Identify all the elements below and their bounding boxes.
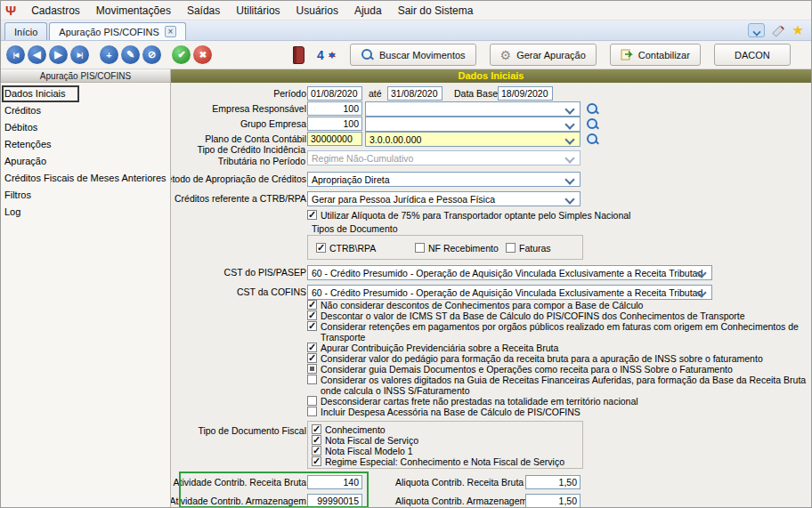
atividade-arm-input[interactable] <box>307 494 362 508</box>
checkbox-icon[interactable] <box>312 456 321 466</box>
tabbar-right-tools: ★ <box>748 23 804 37</box>
cutter-icon[interactable] <box>772 24 785 37</box>
checkbox-icon[interactable] <box>307 407 317 416</box>
nf-recebimento-checkbox[interactable]: NF Recebimento <box>415 243 499 254</box>
sidebar-item-dados-iniciais[interactable]: Dados Iniciais <box>1 85 170 102</box>
checkbox-icon[interactable] <box>307 375 317 384</box>
checkbox-icon[interactable] <box>307 300 317 310</box>
tipo-credito-dropdown[interactable]: Regime Não-Cumulativo <box>307 150 581 165</box>
option-descontar-icms-st[interactable]: Descontar o valor de ICMS ST da Base de … <box>307 310 808 321</box>
tab-close-icon[interactable]: × <box>165 26 176 37</box>
nota-fiscal-servico-checkbox[interactable]: Nota Fiscal de Serviço <box>312 435 579 446</box>
tab-inicio[interactable]: Início <box>4 22 47 40</box>
sidebar-item-apuracao[interactable]: Apuração <box>1 153 170 170</box>
conhecimento-checkbox[interactable]: Conhecimento <box>312 424 579 435</box>
empresa-code-input[interactable] <box>307 101 362 116</box>
checkbox-icon[interactable] <box>307 343 317 352</box>
empresa-search-icon[interactable] <box>585 101 599 116</box>
grupo-search-icon[interactable] <box>585 117 599 131</box>
checkbox-icon[interactable] <box>312 435 321 445</box>
cst-pis-dropdown[interactable]: 60 - Crédito Presumido - Operação de Aqu… <box>307 265 712 280</box>
periodo-from-input[interactable] <box>307 86 362 101</box>
checkbox-icon[interactable] <box>307 321 317 331</box>
option-desconsiderar-cartas-frete[interactable]: Desconsiderar cartas frete não prestadas… <box>307 396 808 407</box>
option-considerar-valores-digitados[interactable]: Considerar os valores digitados na Guia … <box>307 375 808 396</box>
creditos-ctrb-dropdown[interactable]: Gerar para Pessoa Jurídica e Pessoa Físi… <box>307 191 581 206</box>
sidebar-item-retencoes[interactable]: Retenções <box>1 136 170 153</box>
contabilizar-button[interactable]: Contabilizar <box>610 44 701 66</box>
checkbox-icon[interactable] <box>307 364 317 374</box>
option-nao-considerar-descontos[interactable]: Não considerar descontos de Conhecimento… <box>307 300 808 310</box>
option-considerar-pedagio[interactable]: Considerar valor do pedágio para formaçã… <box>307 353 808 364</box>
menu-cadastros[interactable]: Cadastros <box>23 2 88 20</box>
checkbox-icon[interactable] <box>307 310 317 320</box>
checkbox-icon[interactable] <box>506 243 516 253</box>
sidebar-item-log[interactable]: Log <box>1 204 170 221</box>
cst-cofins-dropdown[interactable]: 60 - Crédito Presumido - Operação de Aqu… <box>307 285 712 300</box>
sidebar-item-debitos[interactable]: Débitos <box>1 119 170 136</box>
periodo-label: Período <box>273 88 306 100</box>
grupo-code-input[interactable] <box>307 117 362 131</box>
option-considerar-retencoes[interactable]: Considerar retenções em pagamentos por o… <box>307 321 808 343</box>
option-label: Considerar retenções em pagamentos por o… <box>321 321 808 343</box>
nav-last-button[interactable]: ▶| <box>70 45 89 64</box>
checkbox-icon[interactable] <box>312 424 321 434</box>
option-apurar-contribuicao[interactable]: Apurar Contribuição Previdenciária sobre… <box>307 343 808 353</box>
checkbox-icon[interactable] <box>415 243 425 253</box>
nota-fiscal-modelo1-checkbox[interactable]: Nota Fiscal Modelo 1 <box>312 446 579 456</box>
aliquota-arm-input[interactable] <box>525 494 581 508</box>
menu-saidas[interactable]: Saídas <box>179 2 228 20</box>
dacon-button[interactable]: DACON <box>714 44 791 66</box>
sidebar-item-creditos-fiscais[interactable]: Créditos Fiscais de Meses Anteriores <box>1 170 170 187</box>
faturas-checkbox[interactable]: Faturas <box>506 243 551 254</box>
plano-search-icon[interactable] <box>585 132 599 146</box>
option-incluir-despesa-acessoria[interactable]: Incluir Despesa Acessória na Base de Cál… <box>307 407 808 417</box>
checkbox-icon[interactable] <box>307 353 317 363</box>
gear-icon: ⚙ <box>500 49 512 61</box>
edit-button[interactable]: ✎ <box>121 45 140 64</box>
ctrb-rpa-checkbox[interactable]: CTRB\RPA <box>316 243 376 254</box>
checkbox-icon[interactable] <box>316 243 326 253</box>
option-considerar-guia-demais[interactable]: Considerar guia Demais Documentos e Oper… <box>307 364 808 375</box>
regime-especial-checkbox[interactable]: Regime Especial: Conhecimento e Nota Fis… <box>312 456 579 467</box>
aliquota-75-checkbox[interactable]: Utilizar Alíquota de 75% para Transporta… <box>307 210 806 221</box>
menu-utilitarios[interactable]: Utilitários <box>228 2 288 20</box>
nav-previous-button[interactable]: ◀ <box>28 45 46 64</box>
empresa-dropdown[interactable] <box>365 101 581 117</box>
menu-sair-do-sistema[interactable]: Sair do Sistema <box>390 2 482 20</box>
menu-ajuda[interactable]: Ajuda <box>346 2 390 20</box>
metodo-dropdown[interactable]: Apropriação Direta <box>307 172 581 187</box>
tab-bar: Início Apuração PIS/COFINS × ★ <box>1 20 811 41</box>
empresa-label: Empresa Responsável <box>212 103 306 115</box>
down-arrow-icon <box>329 53 336 62</box>
gerar-apuracao-label: Gerar Apuração <box>516 50 586 60</box>
nav-next-button[interactable]: ▶ <box>49 45 68 64</box>
add-button[interactable]: + <box>100 45 118 64</box>
checkbox-icon[interactable] <box>312 446 321 456</box>
menu-usuarios[interactable]: Usuários <box>288 2 346 20</box>
aliquota-rb-input[interactable] <box>525 475 581 489</box>
tab-apuracao-pis-cofins[interactable]: Apuração PIS/COFINS × <box>49 22 186 40</box>
sidebar-item-creditos[interactable]: Créditos <box>1 102 170 119</box>
menu-movimentacoes[interactable]: Movimentações <box>88 2 179 20</box>
report-4-icon[interactable]: 4 <box>317 46 337 64</box>
periodo-to-input[interactable] <box>387 86 443 101</box>
gerar-apuracao-button[interactable]: ⚙ Gerar Apuração <box>490 44 597 66</box>
checkbox-icon[interactable] <box>307 210 317 220</box>
cst-cofins-label: CST da COFINS <box>237 286 306 298</box>
data-base-input[interactable] <box>498 86 553 101</box>
plano-dropdown[interactable]: 3.0.0.00.000 <box>365 132 581 147</box>
book-icon[interactable] <box>293 46 304 64</box>
sidebar-item-filtros[interactable]: Filtros <box>1 187 170 204</box>
buscar-movimentos-button[interactable]: Buscar Movimentos <box>350 44 476 66</box>
nav-first-button[interactable]: |◀ <box>6 45 25 64</box>
checkbox-icon[interactable] <box>307 396 317 406</box>
grupo-dropdown[interactable] <box>365 117 581 132</box>
plano-code-input[interactable] <box>307 132 362 146</box>
chevron-down-icon[interactable] <box>748 23 765 37</box>
confirm-button[interactable]: ✔ <box>172 45 191 64</box>
delete-button[interactable]: ⊘ <box>142 45 161 64</box>
cancel-button[interactable]: ✖ <box>193 45 212 64</box>
star-icon[interactable]: ★ <box>792 23 804 37</box>
atividade-rb-input[interactable] <box>307 475 362 489</box>
